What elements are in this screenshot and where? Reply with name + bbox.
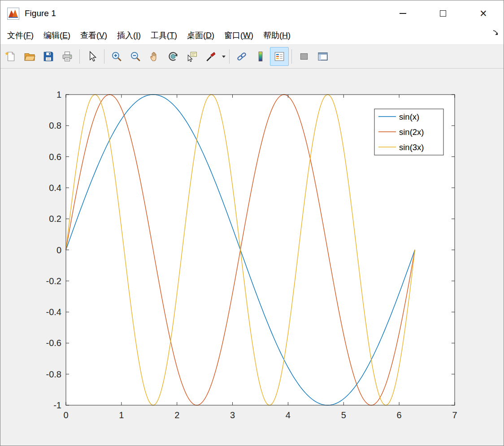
legend-entry-label: sin(2x) [399,127,424,137]
menu-edit[interactable]: 编辑(E) [39,27,75,44]
print-figure-button[interactable] [58,47,77,66]
menu-desktop[interactable]: 桌面(D) [182,27,219,44]
close-icon: × [480,8,487,20]
menu-file[interactable]: 文件(F) [2,27,39,44]
hide-plot-tools-icon [298,51,310,62]
brush-icon [205,51,217,62]
hide-plot-tools-button[interactable] [295,47,313,66]
y-tick-label: -0.8 [46,369,61,379]
legend-entry-label: sin(3x) [399,143,424,152]
close-button[interactable]: × [463,0,504,26]
menu-insert[interactable]: 插入(I) [112,27,146,44]
y-tick-label: 0.8 [49,121,61,130]
maximize-icon [440,10,446,17]
x-tick-label: 7 [452,410,457,420]
link-plot-button[interactable] [232,47,251,66]
x-tick-label: 6 [397,410,402,420]
menu-tools[interactable]: 工具(T) [146,27,182,44]
legend-icon [274,51,285,62]
figure-window: Figure 1 × 文件(F) 编辑(E) 查看(V) 插入(I) 工具(T)… [0,0,504,446]
titlebar: Figure 1 × [0,0,504,26]
maximize-button[interactable] [423,0,463,26]
menubar: 文件(F) 编辑(E) 查看(V) 插入(I) 工具(T) 桌面(D) 窗口(W… [0,26,504,44]
y-tick-label: -0.2 [46,276,61,286]
menu-view[interactable]: 查看(V) [75,27,112,44]
colorbar-icon [255,51,266,62]
x-tick-label: 1 [119,410,124,420]
pan-button[interactable] [145,47,164,66]
y-tick-label: -0.6 [46,338,61,348]
x-tick-label: 0 [63,410,68,420]
menu-help[interactable]: 帮助(H) [258,27,295,44]
y-tick-label: 0 [56,245,61,255]
zoom-out-icon [130,51,141,62]
open-file-button[interactable] [20,47,39,66]
x-tick-label: 2 [174,410,179,420]
brush-dropdown-button[interactable] [220,47,226,66]
y-tick-label: 0.4 [49,183,61,193]
zoom-in-icon [111,51,122,62]
show-plot-tools-icon [317,51,329,62]
x-tick-label: 3 [230,410,235,420]
chevron-down-icon [222,56,226,58]
data-cursor-button[interactable] [182,47,201,66]
figure-area: 01234567-1-0.8-0.6-0.4-0.200.20.40.60.81… [0,69,504,446]
y-tick-label: 1 [56,90,61,100]
new-figure-button[interactable] [1,47,20,66]
save-floppy-icon [43,51,54,62]
y-tick-label: 0.6 [49,152,61,162]
show-plot-tools-button[interactable] [313,47,332,66]
toolbar-separator [79,49,80,64]
open-folder-icon [24,51,35,62]
link-chain-icon [236,51,248,62]
matlab-app-icon [7,8,19,20]
rotate-3d-icon [167,51,179,62]
pointer-button[interactable] [83,47,101,66]
insert-legend-button[interactable] [270,47,289,66]
x-tick-label: 5 [341,410,346,420]
toolbar-separator [291,49,292,64]
rotate-3d-button[interactable] [164,47,182,66]
minimize-button[interactable] [382,0,423,26]
figure-canvas[interactable]: 01234567-1-0.8-0.6-0.4-0.200.20.40.60.81… [0,69,504,446]
y-tick-label: -0.4 [46,307,61,317]
pan-hand-icon [148,51,160,62]
new-document-icon [5,51,17,62]
zoom-out-button[interactable] [126,47,145,66]
brush-data-button[interactable] [201,47,220,66]
zoom-in-button[interactable] [107,47,126,66]
y-tick-label: 0.2 [49,214,61,224]
printer-icon [61,51,73,62]
dock-figure-icon[interactable] [492,29,499,36]
window-controls: × [382,0,504,26]
window-title: Figure 1 [25,9,56,18]
menu-window[interactable]: 窗口(W) [219,27,258,44]
data-cursor-icon [186,51,198,62]
y-tick-label: -1 [53,400,61,410]
save-figure-button[interactable] [39,47,58,66]
legend-entry-label: sin(x) [399,112,419,121]
minimize-icon [400,13,406,14]
x-tick-label: 4 [286,410,291,420]
insert-colorbar-button[interactable] [251,47,270,66]
toolbar-separator [104,49,104,64]
toolbar-separator [229,49,230,64]
cursor-arrow-icon [86,51,98,62]
figure-toolbar [0,44,504,69]
